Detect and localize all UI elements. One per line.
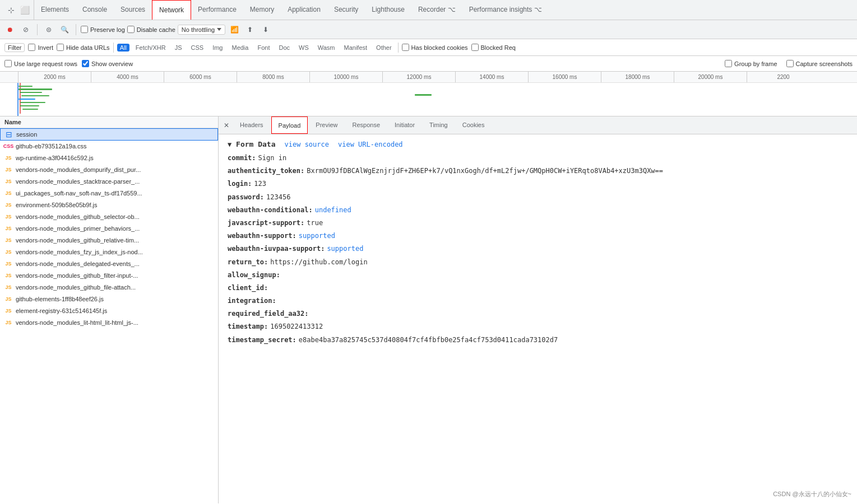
tab-lighthouse[interactable]: Lighthouse: [365, 0, 411, 20]
key-webauthn-cond: webauthn-conditional:: [228, 205, 313, 216]
capture-screenshots-checkbox[interactable]: [786, 60, 794, 67]
filter-bar: Filter Invert Hide data URLs All Fetch/X…: [0, 39, 857, 56]
tab-timing[interactable]: Timing: [423, 116, 455, 134]
value-webauthn-iuvpaa: supported: [327, 244, 363, 254]
record-button[interactable]: ⏺: [3, 23, 17, 36]
inspect-icon[interactable]: ⊹: [6, 4, 17, 16]
hide-data-urls-checkbox[interactable]: Hide data URLs: [57, 44, 110, 51]
filter-type-manifest[interactable]: Manifest: [341, 44, 370, 52]
session-name: session: [16, 131, 213, 138]
filename: element-registry-631c5146145f.js: [16, 307, 214, 314]
list-item[interactable]: JS vendors-node_modules_dompurify_dist_p…: [0, 164, 218, 176]
blocked-req-checkbox[interactable]: Blocked Req: [471, 44, 516, 51]
tab-cookies[interactable]: Cookies: [456, 116, 492, 134]
close-panel-button[interactable]: ✕: [221, 120, 232, 131]
list-item[interactable]: JS vendors-node_modules_github_selector-…: [0, 211, 218, 223]
show-overview-checkbox[interactable]: [82, 60, 89, 67]
filter-type-wasm[interactable]: Wasm: [315, 44, 338, 52]
filter-input-wrap: Filter: [4, 43, 25, 52]
invert-input[interactable]: [28, 44, 35, 51]
throttling-select[interactable]: No throttling: [178, 25, 225, 35]
invert-checkbox[interactable]: Invert: [28, 44, 53, 51]
key-timestamp-secret: timestamp_secret:: [228, 335, 297, 346]
list-item[interactable]: JS github-elements-1ff8b48eef26.js: [0, 293, 218, 305]
tab-initiator[interactable]: Initiator: [388, 116, 421, 134]
list-item[interactable]: JS element-registry-631c5146145f.js: [0, 305, 218, 317]
filter-type-all[interactable]: All: [117, 44, 129, 52]
group-by-frame-label[interactable]: Group by frame: [725, 60, 777, 67]
list-item[interactable]: JS environment-509b58e05b9f.js: [0, 199, 218, 211]
tab-application[interactable]: Application: [281, 0, 327, 20]
tab-recorder[interactable]: Recorder ⌥: [411, 0, 462, 20]
filter-type-js[interactable]: JS: [172, 44, 185, 52]
tab-memory[interactable]: Memory: [243, 0, 281, 20]
stop-button[interactable]: ⊘: [19, 23, 33, 36]
tab-performance-insights[interactable]: Performance insights ⌥: [462, 0, 549, 20]
device-icon[interactable]: ⬜: [19, 4, 30, 16]
filter-type-other[interactable]: Other: [373, 44, 395, 52]
list-item[interactable]: JS vendors-node_modules_github_file-atta…: [0, 282, 218, 293]
large-rows-label[interactable]: Use large request rows: [4, 60, 77, 67]
import-icon[interactable]: ⬇: [259, 23, 272, 36]
invert-label: Invert: [38, 44, 53, 51]
wifi-icon[interactable]: 📶: [228, 23, 241, 36]
preserve-log-input[interactable]: [81, 26, 88, 33]
list-item[interactable]: JS vendors-node_modules_fzy_js_index_js-…: [0, 246, 218, 258]
filter-type-css[interactable]: CSS: [188, 44, 207, 52]
tab-network[interactable]: Network: [152, 0, 191, 20]
list-item[interactable]: JS vendors-node_modules_delegated-events…: [0, 258, 218, 270]
filter-type-fetch[interactable]: Fetch/XHR: [133, 44, 169, 52]
tab-elements[interactable]: Elements: [34, 0, 76, 20]
filter-type-img[interactable]: Img: [210, 44, 225, 52]
form-row-required-field: required_field_aa32:: [228, 309, 848, 319]
timeline-area[interactable]: 2000 ms 4000 ms 6000 ms 8000 ms 10000 ms…: [0, 72, 857, 116]
filter-icon[interactable]: ⊜: [42, 23, 55, 36]
export-icon[interactable]: ⬆: [243, 23, 257, 36]
file-list-header: Name: [0, 116, 218, 128]
disable-cache-checkbox[interactable]: Disable cache: [127, 26, 175, 33]
separator-1: [37, 24, 38, 35]
capture-screenshots-text: Capture screenshots: [796, 60, 853, 67]
filter-type-media[interactable]: Media: [229, 44, 251, 52]
tab-console[interactable]: Console: [76, 0, 114, 20]
show-overview-label[interactable]: Show overview: [82, 60, 133, 67]
tab-response[interactable]: Response: [345, 116, 387, 134]
search-icon[interactable]: 🔍: [58, 23, 71, 36]
view-url-encoded-link[interactable]: view URL-encoded: [338, 141, 403, 148]
hide-data-urls-input[interactable]: [57, 44, 64, 51]
preserve-log-checkbox[interactable]: Preserve log: [81, 26, 125, 33]
filename: vendors-node_modules_dompurify_dist_pur.…: [16, 166, 214, 173]
tab-sources[interactable]: Sources: [114, 0, 152, 20]
list-item[interactable]: JS vendors-node_modules_github_relative-…: [0, 235, 218, 246]
preserve-log-label: Preserve log: [90, 26, 125, 33]
group-by-frame-checkbox[interactable]: [725, 60, 732, 67]
tab-payload[interactable]: Payload: [271, 116, 308, 134]
filename: environment-509b58e05b9f.js: [16, 202, 214, 208]
list-item[interactable]: CSS github-eb793512a19a.css: [0, 141, 218, 152]
view-source-link[interactable]: view source: [285, 141, 329, 148]
list-item[interactable]: JS vendors-node_modules_lit-html_lit-htm…: [0, 317, 218, 329]
tab-performance[interactable]: Performance: [191, 0, 243, 20]
form-row-timestamp-secret: timestamp_secret: e8abe4ba37a825745c537d…: [228, 335, 848, 346]
list-item[interactable]: JS vendors-node_modules_github_filter-in…: [0, 270, 218, 282]
form-row-webauthn-cond: webauthn-conditional: undefined: [228, 205, 848, 216]
tab-security[interactable]: Security: [327, 0, 365, 20]
tab-preview[interactable]: Preview: [309, 116, 344, 134]
large-rows-checkbox[interactable]: [4, 60, 12, 67]
blocked-cookies-checkbox[interactable]: Has blocked cookies: [402, 44, 468, 51]
blocked-req-input[interactable]: [471, 44, 479, 51]
filter-type-doc[interactable]: Doc: [276, 44, 293, 52]
list-item[interactable]: JS vendors-node_modules_stacktrace-parse…: [0, 176, 218, 188]
list-item[interactable]: JS ui_packages_soft-nav_soft-nav_ts-df17…: [0, 188, 218, 199]
large-rows-text: Use large request rows: [14, 60, 77, 67]
tab-headers[interactable]: Headers: [233, 116, 270, 134]
tick-10000: 10000 ms: [309, 72, 382, 82]
filter-type-font[interactable]: Font: [254, 44, 272, 52]
list-item[interactable]: JS vendors-node_modules_primer_behaviors…: [0, 223, 218, 235]
list-item[interactable]: JS wp-runtime-a3f04416c592.js: [0, 152, 218, 164]
file-item-session[interactable]: ⊟ session: [0, 128, 218, 141]
capture-screenshots-label[interactable]: Capture screenshots: [786, 60, 853, 67]
disable-cache-input[interactable]: [127, 26, 135, 33]
filter-type-ws[interactable]: WS: [296, 44, 312, 52]
blocked-cookies-input[interactable]: [402, 44, 409, 51]
